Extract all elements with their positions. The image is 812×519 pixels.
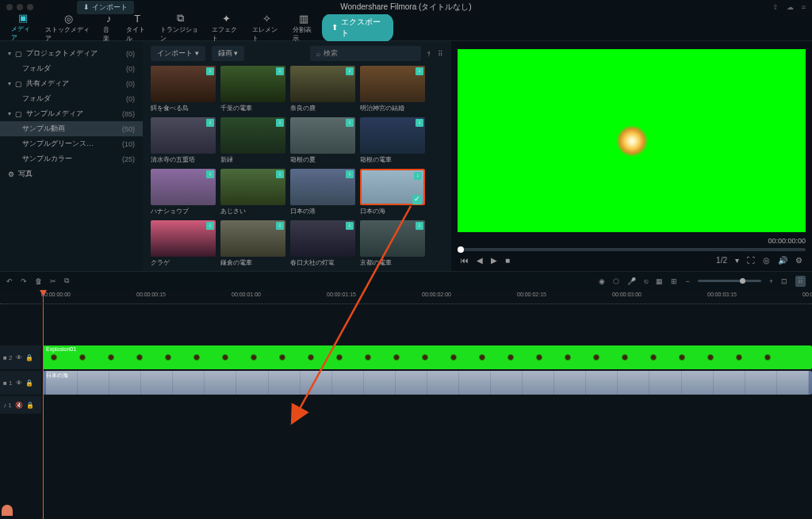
sidebar-item[interactable]: サンプルグリーンス…(10)	[0, 136, 143, 151]
media-thumbnail[interactable]: ↓	[151, 169, 216, 205]
sidebar-item[interactable]: ▾▢共有メディア(0)	[0, 76, 143, 91]
tab-element[interactable]: ✧エレメント	[247, 11, 286, 44]
timeline-options-button[interactable]: ⠿	[795, 276, 806, 287]
media-item[interactable]: ↓奈良の鹿	[290, 66, 355, 113]
media-item[interactable]: ↓京都の電車	[360, 220, 425, 266]
record-dropdown[interactable]: 録画 ▾	[212, 46, 245, 61]
media-item[interactable]: ↓鎌倉の電車	[220, 220, 285, 266]
tab-media[interactable]: ▣メディア	[6, 10, 39, 45]
mixer-icon[interactable]: ⎋	[644, 277, 648, 285]
tab-split[interactable]: ▥分割表示	[288, 11, 320, 44]
marker-button[interactable]: ◉	[599, 277, 605, 285]
media-thumbnail[interactable]: ↓	[290, 117, 355, 154]
media-thumbnail[interactable]: ↓	[220, 169, 285, 205]
zoom-out-button[interactable]: −	[685, 277, 689, 285]
shield-icon[interactable]: ⬡	[613, 277, 619, 285]
import-dropdown[interactable]: インポート ▾	[151, 46, 205, 61]
media-thumbnail[interactable]: ↓	[290, 220, 355, 257]
eye-icon[interactable]: 👁	[16, 380, 22, 387]
tab-title[interactable]: Tタイトル	[121, 11, 154, 44]
import-button[interactable]: ⬇ インポート	[77, 1, 134, 14]
media-item[interactable]: ↓ハナショウブ	[151, 169, 216, 216]
marker[interactable]	[2, 505, 13, 516]
adjust-icon[interactable]: ▦	[656, 277, 663, 285]
media-thumbnail[interactable]: ↓	[151, 66, 216, 102]
window-controls[interactable]	[6, 4, 33, 10]
media-item[interactable]: ↓春日大社の灯篭	[290, 220, 355, 266]
media-thumbnail[interactable]: ↓	[290, 66, 355, 102]
media-item[interactable]: ↓日本の港	[290, 169, 355, 216]
lock-icon[interactable]: 🔒	[25, 354, 33, 361]
media-item[interactable]: ↓箱根の夏	[290, 117, 355, 164]
tab-transition[interactable]: ⧉トランジション	[155, 10, 205, 44]
redo-button[interactable]: ↷	[21, 277, 27, 285]
media-thumbnail[interactable]: ↓	[290, 169, 355, 205]
share-icon[interactable]: ⇪	[772, 3, 779, 11]
eye-icon[interactable]: 👁	[16, 354, 22, 361]
clip-sea[interactable]: 日本の海	[43, 371, 812, 395]
track-icon[interactable]: ⊞	[671, 277, 677, 285]
sidebar-item[interactable]: ▾▢サンプルメディア(85)	[0, 106, 143, 121]
sidebar-item[interactable]: フォルダ(0)	[0, 91, 143, 106]
cloud-icon[interactable]: ☁	[787, 3, 794, 11]
cut-button[interactable]: ✂	[50, 277, 56, 285]
chevron-down-icon[interactable]: ▾	[735, 256, 739, 265]
media-thumbnail[interactable]: ↓	[220, 117, 285, 154]
sidebar-item[interactable]: ⚙写真	[0, 166, 143, 181]
media-item[interactable]: ↓明治神宮の結婚	[360, 66, 425, 113]
media-item[interactable]: ↓新緑	[220, 117, 285, 164]
tab-music[interactable]: ♪音楽	[98, 11, 120, 44]
sidebar-item[interactable]: ▾▢プロジェクトメディア(0)	[0, 46, 143, 61]
track-header-v1[interactable]: ■ 1👁🔒	[0, 371, 41, 395]
lock-icon[interactable]: 🔒	[26, 402, 34, 409]
video-track-1[interactable]: ■ 1👁🔒 日本の海	[41, 371, 812, 395]
mute-icon[interactable]: 🔇	[15, 402, 23, 409]
video-track-2[interactable]: ■ 2👁🔒 Explosion01	[41, 345, 812, 369]
preview-scrubber[interactable]	[458, 248, 806, 251]
tab-effect[interactable]: ✦エフェクト	[207, 11, 246, 44]
snapshot-icon[interactable]: ◎	[763, 256, 770, 265]
mic-icon[interactable]: 🎤	[627, 277, 636, 285]
sidebar-item[interactable]: サンプルカラー(25)	[0, 151, 143, 166]
media-thumbnail[interactable]: ↓	[220, 220, 285, 257]
export-button[interactable]: ⬆ エクスポート	[322, 13, 393, 42]
step-back-button[interactable]: ◀	[477, 256, 483, 265]
media-item[interactable]: ↓箱根の電車	[360, 117, 425, 164]
search-input[interactable]: ⌕検索	[310, 46, 421, 61]
menu-icon[interactable]: ≡	[802, 3, 806, 11]
playhead[interactable]	[43, 290, 44, 303]
zoom-in-button[interactable]: +	[769, 277, 773, 285]
play-button[interactable]: ▶	[491, 256, 497, 265]
settings-icon[interactable]: ⚙	[795, 256, 802, 265]
audio-track-1[interactable]: ♪ 1🔇🔒	[41, 396, 812, 414]
sidebar-item[interactable]: サンプル動画(50)	[0, 121, 143, 136]
grid-view-icon[interactable]: ⠿	[438, 50, 443, 58]
media-thumbnail[interactable]: ↓	[151, 220, 216, 257]
delete-button[interactable]: 🗑	[35, 277, 42, 285]
track-header-v2[interactable]: ■ 2👁🔒	[0, 345, 41, 369]
preview-viewport[interactable]	[458, 49, 806, 232]
crop-button[interactable]: ⧉	[64, 277, 69, 285]
lock-icon[interactable]: 🔒	[25, 380, 33, 387]
media-item[interactable]: ↓✓日本の海	[360, 169, 425, 216]
media-thumbnail[interactable]: ↓	[360, 66, 425, 102]
undo-button[interactable]: ↶	[6, 277, 13, 285]
media-thumbnail[interactable]: ↓	[220, 66, 285, 102]
media-thumbnail[interactable]: ↓	[360, 220, 425, 257]
sidebar-item[interactable]: フォルダ(0)	[0, 61, 143, 76]
zoom-slider[interactable]	[698, 280, 761, 282]
prev-frame-button[interactable]: ⏮	[461, 256, 469, 265]
volume-icon[interactable]: 🔊	[778, 256, 787, 265]
stop-button[interactable]: ■	[505, 256, 510, 265]
media-item[interactable]: ↓クラゲ	[151, 220, 216, 266]
media-thumbnail[interactable]: ↓	[360, 117, 425, 154]
clip-explosion[interactable]: Explosion01	[43, 345, 812, 369]
timeline[interactable]: ■ 2👁🔒 Explosion01 ■ 1👁🔒 日本の海 ♪ 1🔇🔒	[0, 304, 812, 519]
tab-stock[interactable]: ◎ストックメディア	[40, 11, 97, 44]
playhead-line[interactable]	[43, 304, 44, 519]
media-item[interactable]: ↓千葉の電車	[220, 66, 285, 113]
zoom-level[interactable]: 1/2	[716, 256, 727, 265]
track-header-a1[interactable]: ♪ 1🔇🔒	[0, 396, 41, 414]
media-item[interactable]: ↓清水寺の五重塔	[151, 117, 216, 164]
fullscreen-icon[interactable]: ⛶	[747, 256, 755, 265]
